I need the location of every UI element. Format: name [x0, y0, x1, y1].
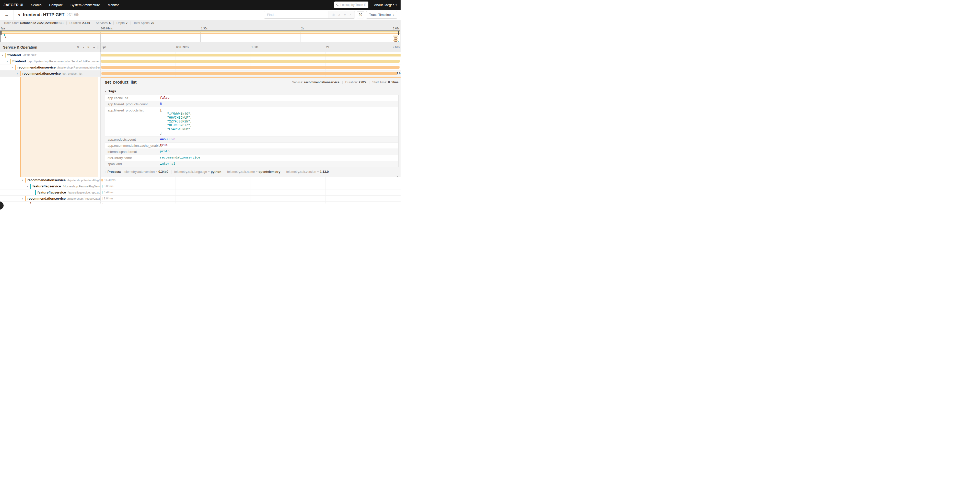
span-duration-bar[interactable]	[101, 66, 399, 69]
process-item: telemetry.sdk.name = opentelemetry	[227, 170, 280, 174]
span-row-frontend-grpc[interactable]: ∨ frontend grpc.hipstershop.Recommendati…	[0, 58, 401, 64]
app-logo[interactable]: JAEGER UI	[3, 3, 23, 7]
chevron-down-icon: ∨	[392, 14, 394, 16]
tags-table: app.cache_hit false app.filtered_product…	[105, 95, 399, 167]
span-bar-cell[interactable]: 1.04ms	[101, 196, 401, 201]
span-detail-highlight	[21, 77, 99, 177]
span-duration-bar[interactable]	[102, 72, 397, 75]
span-row-recommendation-list[interactable]: ∨ recommendationservice /hipstershop.Rec…	[0, 64, 401, 70]
span-operation: /hipstershop.FeatureFlagService/Ge...	[63, 185, 101, 188]
trace-view-select[interactable]: Trace Timeline ∨	[366, 11, 397, 19]
minimap-span-bar-frontend	[0, 31, 400, 32]
focus-match-icon[interactable]: ◎	[332, 13, 335, 16]
process-label: Process:	[108, 170, 121, 174]
process-section-toggle[interactable]: › Process: telemetry.auto.version = 0.34…	[105, 170, 399, 174]
tree-controls: ∨ › » »	[77, 46, 95, 49]
span-service: recommendationservice	[27, 178, 66, 182]
expand-all-icon[interactable]: »	[93, 46, 95, 49]
next-match-icon[interactable]: ∨	[344, 13, 347, 16]
nav-item-monitor[interactable]: Monitor	[108, 3, 119, 7]
trace-lookup-input[interactable]	[340, 3, 366, 6]
collapse-trace-chevron-icon[interactable]: ∨	[18, 13, 21, 17]
minimap-left-drag-handle[interactable]	[0, 31, 2, 35]
span-duration-bar[interactable]	[101, 54, 401, 56]
back-arrow-icon: ←	[5, 12, 9, 18]
minimap-tick: 1.33s	[201, 27, 208, 30]
span-bar-cell[interactable]: 14.49ms	[101, 177, 401, 183]
span-row-recommendation-featureflag[interactable]: ∨ recommendationservice /hipstershop.Fea…	[0, 177, 401, 183]
minimap-tick: 0μs	[1, 27, 5, 30]
trace-start-ms: .543	[57, 21, 64, 25]
span-service: recommendationservice	[22, 72, 61, 75]
span-row-recommendation-productcatalog[interactable]: ∨ recommendationservice /hipstershop.Pro…	[0, 196, 401, 202]
divider	[369, 81, 369, 84]
trace-lookup-box[interactable]	[334, 2, 368, 8]
expand-one-icon[interactable]: ›	[83, 46, 84, 49]
tag-value: internal	[158, 161, 398, 167]
span-bar-cell[interactable]	[101, 52, 401, 58]
nav-item-system-architecture[interactable]: System Architecture	[70, 3, 100, 7]
chevron-down-icon[interactable]: ∨	[7, 60, 9, 63]
span-bar-cell[interactable]: 3.47ms	[101, 190, 401, 195]
span-bar-cell[interactable]	[101, 64, 401, 70]
collapse-one-icon[interactable]: ∨	[77, 46, 80, 49]
link-icon[interactable]	[395, 176, 399, 177]
span-row-featureflag-repo-query[interactable]: featureflagservice featureflagservice.re…	[0, 190, 401, 196]
minimap-end-span	[393, 40, 398, 41]
tag-row: otel.library.name recommendationservice	[105, 155, 398, 161]
process-item: telemetry.sdk.language = python	[174, 170, 221, 174]
chevron-down-icon[interactable]: ∨	[12, 66, 14, 69]
start-time-label: Start Time:	[372, 81, 387, 84]
span-bar-cell[interactable]: 2.6	[101, 70, 401, 77]
span-color-accent-bar	[101, 77, 401, 78]
trace-start-label: Trace Start	[3, 21, 19, 25]
span-bar-cell[interactable]	[101, 58, 401, 64]
span-duration-bar[interactable]	[101, 60, 400, 63]
depth-label: Depth	[116, 21, 125, 25]
minimap-canvas[interactable]	[0, 30, 400, 42]
span-duration-tick[interactable]	[102, 179, 103, 182]
chevron-down-icon[interactable]: ∨	[22, 197, 24, 200]
service-operation-header: Service & Operation ∨ › » »	[0, 42, 101, 52]
page-title: frontend: HTTP GET	[23, 12, 64, 18]
duration-label: Duration:	[345, 81, 358, 84]
about-jaeger-menu[interactable]: About Jaeger ∨	[374, 3, 397, 7]
chevron-down-icon[interactable]: ∨	[22, 179, 24, 182]
tag-key: app.cache_hit	[105, 95, 158, 101]
chevron-down-icon[interactable]: ∨	[2, 54, 3, 56]
minimap-right-drag-handle[interactable]	[398, 31, 399, 35]
back-button[interactable]: ←	[0, 10, 14, 20]
tags-section-toggle[interactable]: ∨ Tags	[105, 89, 399, 93]
timeline-tick: 2.67s	[393, 46, 399, 49]
minimap-end-span-teal	[398, 41, 399, 42]
clear-find-icon[interactable]: ×	[350, 13, 352, 16]
span-duration-tick[interactable]	[102, 197, 102, 200]
tag-value: true	[158, 143, 398, 148]
tag-value: false	[158, 95, 398, 101]
nav-item-search[interactable]: Search	[31, 3, 41, 7]
span-row-frontend-http-get[interactable]: ∨ frontend HTTP GET	[0, 52, 401, 58]
span-duration-label: 2.6	[396, 72, 401, 75]
span-duration-tick[interactable]	[102, 185, 102, 188]
tag-key: span.kind	[105, 161, 158, 167]
span-row-partial[interactable]	[0, 202, 401, 203]
about-jaeger-label: About Jaeger	[374, 3, 394, 7]
nav-item-compare[interactable]: Compare	[49, 3, 63, 7]
span-row-featureflag-get[interactable]: ∨ featureflagservice /hipstershop.Featur…	[0, 183, 401, 190]
span-bar-cell[interactable]	[101, 202, 401, 203]
span-color-band	[25, 196, 26, 201]
keyboard-shortcuts-button[interactable]: ⌘	[357, 11, 364, 18]
search-icon	[336, 3, 339, 6]
span-color-band	[10, 59, 11, 64]
chevron-down-icon[interactable]: ∨	[27, 185, 29, 188]
span-duration-tick[interactable]	[102, 191, 102, 194]
find-input[interactable]	[264, 11, 329, 18]
chevron-down-icon[interactable]: ∨	[17, 72, 19, 75]
span-bar-cell[interactable]: 3.68ms	[101, 183, 401, 189]
collapse-all-icon[interactable]: »	[87, 46, 90, 48]
column-resize-grip[interactable]	[98, 46, 99, 49]
span-row-get-product-list[interactable]: ∨ recommendationservice get_product_list…	[0, 70, 401, 77]
prev-match-icon[interactable]: ∧	[338, 13, 340, 16]
divider	[113, 21, 114, 24]
trace-minimap[interactable]: 0μs 666.89ms 1.33s 2s 2.67s	[0, 26, 401, 42]
